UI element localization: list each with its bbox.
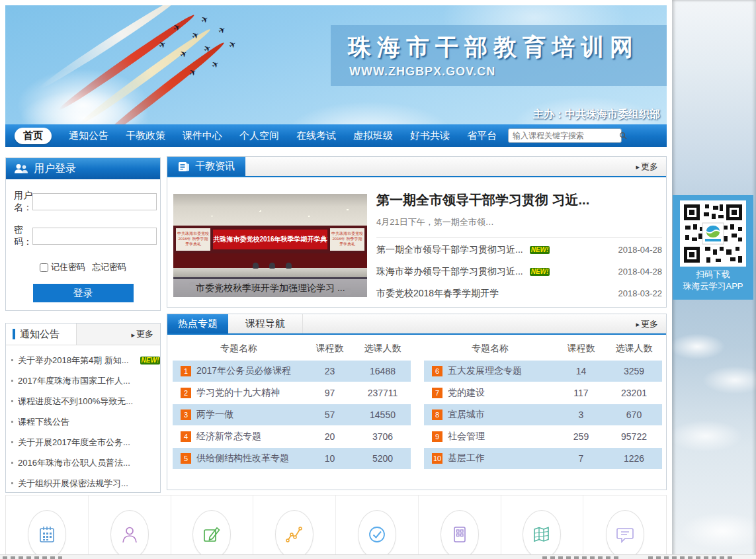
icon-ellipse — [606, 510, 644, 559]
app-download-qr-panel[interactable]: 扫码下载 珠海云学习APP — [673, 195, 753, 300]
login-header: 用户登录 — [6, 158, 160, 179]
more-arrow-icon — [636, 161, 641, 171]
notice-panel: 通知公告 更多 关于举办2018年第4期 新知... NEW! 2017年度珠海… — [5, 323, 161, 493]
tab-hot-topics[interactable]: 热点专题 — [167, 314, 228, 333]
quick-link-apps[interactable] — [419, 495, 501, 558]
jet-icon: ✈ — [157, 38, 168, 51]
remember-password-label: 记住密码 — [51, 261, 85, 273]
rank-badge: 10 — [432, 453, 442, 464]
password-row: 密 码： — [14, 224, 153, 248]
site-banner: ✈ ✈ ✈ ✈ ✈ ✈ ✈ ✈ ✈ ✈ 珠海市干部教育培训网 WWW.ZHGBP… — [5, 5, 667, 124]
nav-item-virtual-class[interactable]: 虚拟班级 — [353, 130, 393, 142]
remember-password-checkbox[interactable] — [40, 263, 48, 272]
bullet-icon — [11, 359, 13, 361]
clipped-bottom-bar — [0, 554, 756, 559]
notice-item[interactable]: 课程下线公告 — [11, 411, 156, 432]
rank-badge: 4 — [181, 431, 191, 442]
topic-row[interactable]: 7党的建设 11723201 — [424, 382, 662, 404]
notice-title-wrap: 通知公告 — [6, 323, 76, 345]
topics-table-right: 6五大发展理念专题 143259 7党的建设 11723201 8宜居城市 36… — [424, 361, 662, 470]
topic-row[interactable]: 9社会管理 25995722 — [424, 426, 662, 447]
nav-item-province-platform[interactable]: 省平台 — [467, 130, 497, 142]
icon-ellipse — [275, 510, 314, 559]
nav-item-reading[interactable]: 好书共读 — [410, 130, 450, 142]
news-headline[interactable]: 第一期全市领导干部学习贯彻 习近... — [376, 191, 662, 209]
icon-ellipse — [523, 510, 561, 559]
notice-item[interactable]: 关于组织开展保密法规学习... — [11, 473, 156, 494]
nav-item-personal-space[interactable]: 个人空间 — [239, 130, 279, 142]
news-date: 2018-04-28 — [618, 267, 663, 277]
chart-icon — [284, 525, 304, 544]
news-list-item[interactable]: 市委党校2018年春季学期开学 2018-03-22 — [376, 282, 662, 304]
tab-news[interactable]: 干教资讯 — [167, 157, 245, 176]
notice-item[interactable]: 关于开展2017年度全市公务... — [11, 432, 156, 452]
topic-row[interactable]: 3两学一做 5714550 — [173, 404, 411, 425]
bullet-icon — [11, 421, 13, 423]
quick-link-calendar[interactable] — [6, 495, 89, 558]
quick-link-profile[interactable] — [89, 495, 171, 558]
nav-item-notices[interactable]: 通知公告 — [69, 130, 108, 142]
user-login-panel: 用户登录 用户名： 密 码： 记住密码 忘记密码 登录 — [5, 157, 161, 311]
check-circle-icon — [367, 525, 387, 544]
rank-badge: 7 — [432, 388, 442, 398]
news-list-item[interactable]: 第一期全市领导干部学习贯彻习近... NEW! 2018-04-28 — [376, 239, 662, 261]
username-field[interactable] — [32, 193, 157, 210]
search-input[interactable] — [509, 131, 619, 140]
nav-item-online-exam[interactable]: 在线考试 — [296, 130, 336, 142]
more-arrow-icon — [636, 319, 641, 329]
topics-more-link[interactable]: 更多 — [636, 314, 658, 333]
chat-icon — [615, 525, 635, 544]
photo-person — [286, 263, 292, 269]
search-icon[interactable] — [619, 132, 627, 140]
main-nav: 首页 通知公告 干教政策 课件中心 个人空间 在线考试 虚拟班级 好书共读 省平… — [5, 124, 667, 147]
clipped-text-fragment — [648, 556, 734, 559]
edit-icon — [202, 525, 222, 544]
course-search-box — [508, 128, 622, 143]
topic-row[interactable]: 2学习党的十九大精神 97237711 — [173, 382, 411, 404]
topic-row[interactable]: 6五大发展理念专题 143259 — [424, 361, 662, 382]
news-date: 2018-03-22 — [618, 288, 663, 298]
photo-banner-text: 中共珠海市委党校2016年秋季学期开学典礼 — [213, 230, 327, 249]
bullet-icon — [11, 482, 13, 484]
login-title: 用户登录 — [34, 162, 76, 176]
notice-item[interactable]: 课程进度达不到100%导致无... — [11, 391, 156, 411]
forgot-password-link[interactable]: 忘记密码 — [92, 261, 126, 273]
icon-ellipse — [441, 510, 479, 559]
quick-link-register[interactable] — [171, 495, 254, 558]
notice-item[interactable]: 2017年度珠海市国家工作人... — [11, 370, 156, 391]
news-more-link[interactable]: 更多 — [636, 157, 658, 176]
new-badge: NEW! — [140, 357, 161, 365]
topics-table-left: 12017年公务员必修课程 2316488 2学习党的十九大精神 9723771… — [173, 361, 411, 470]
topic-row[interactable]: 10基层工作 71226 — [424, 448, 662, 469]
rank-badge: 8 — [432, 409, 442, 420]
quick-link-progress[interactable] — [253, 495, 336, 558]
topic-row[interactable]: 5供给侧结构性改革专题 105200 — [173, 448, 411, 469]
topic-row[interactable]: 12017年公务员必修课程 2316488 — [173, 361, 411, 382]
quick-link-feedback[interactable] — [583, 495, 666, 558]
quick-link-exam[interactable] — [336, 495, 419, 558]
password-field[interactable] — [32, 228, 157, 245]
rank-badge: 1 — [181, 366, 191, 376]
nav-item-home[interactable]: 首页 — [15, 128, 52, 144]
notice-item[interactable]: 2016年珠海市公职人员普法... — [11, 452, 156, 473]
topic-row[interactable]: 8宜居城市 3670 — [424, 404, 662, 425]
quick-links-strip — [5, 495, 667, 559]
qr-code-image — [680, 200, 746, 267]
tab-course-nav[interactable]: 课程导航 — [228, 314, 303, 333]
organizer-text: 主办：中共珠海市委组织部 — [533, 108, 660, 122]
login-button[interactable]: 登录 — [33, 284, 134, 302]
news-photo[interactable]: 中共珠海市委党校2016年 秋季学期开学典礼 中共珠海市委党校2016年秋季学期… — [173, 194, 367, 297]
notice-item[interactable]: 关于举办2018年第4期 新知... NEW! — [11, 350, 156, 370]
site-title-panel: 珠海市干部教育培训网 WWW.ZHGBPX.GOV.CN — [331, 25, 667, 86]
hot-topics-panel: 热点专题 课程导航 更多 专题名称 课程数 选课人数 专题名称 课程数 选课人数… — [167, 314, 667, 490]
bullet-icon — [11, 380, 13, 382]
topic-row[interactable]: 4经济新常态专题 203706 — [173, 426, 411, 447]
nav-item-policy[interactable]: 干教政策 — [126, 130, 165, 142]
nav-item-courseware[interactable]: 课件中心 — [183, 130, 222, 142]
quick-link-map[interactable] — [501, 495, 584, 558]
icon-ellipse — [28, 510, 66, 559]
notice-more-link[interactable]: 更多 — [76, 323, 160, 345]
more-arrow-icon — [131, 329, 136, 339]
news-list-item[interactable]: 珠海市举办领导干部学习贯彻习近... NEW! 2018-04-28 — [376, 261, 662, 282]
icon-ellipse — [110, 510, 149, 559]
